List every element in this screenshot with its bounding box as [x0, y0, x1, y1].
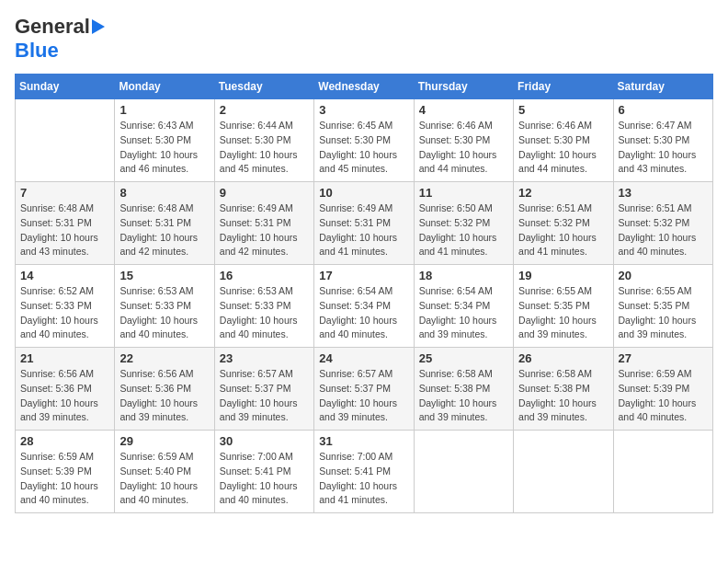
day-number: 25 — [419, 351, 508, 365]
day-info: Sunrise: 6:52 AM Sunset: 5:33 PM Dayligh… — [20, 284, 109, 342]
day-number: 13 — [619, 186, 708, 200]
day-cell: 11Sunrise: 6:50 AM Sunset: 5:32 PM Dayli… — [414, 182, 513, 265]
day-cell: 1Sunrise: 6:43 AM Sunset: 5:30 PM Daylig… — [115, 99, 214, 182]
logo-arrow-icon — [92, 19, 105, 34]
day-cell: 26Sunrise: 6:58 AM Sunset: 5:38 PM Dayli… — [514, 348, 613, 431]
day-cell — [16, 99, 115, 182]
day-cell: 23Sunrise: 6:57 AM Sunset: 5:37 PM Dayli… — [214, 348, 313, 431]
day-cell: 2Sunrise: 6:44 AM Sunset: 5:30 PM Daylig… — [214, 99, 313, 182]
day-number: 21 — [20, 351, 109, 365]
weekday-header-saturday: Saturday — [613, 75, 712, 99]
day-cell: 21Sunrise: 6:56 AM Sunset: 5:36 PM Dayli… — [16, 348, 115, 431]
day-info: Sunrise: 6:59 AM Sunset: 5:40 PM Dayligh… — [119, 450, 209, 508]
day-number: 24 — [319, 351, 408, 365]
day-number: 16 — [220, 269, 309, 282]
day-info: Sunrise: 6:54 AM Sunset: 5:34 PM Dayligh… — [319, 284, 408, 342]
day-info: Sunrise: 6:53 AM Sunset: 5:33 PM Dayligh… — [119, 284, 209, 342]
day-number: 2 — [220, 103, 309, 117]
logo-blue: Blue — [15, 39, 59, 63]
day-number: 19 — [518, 269, 608, 282]
day-info: Sunrise: 6:54 AM Sunset: 5:34 PM Dayligh… — [419, 284, 508, 342]
day-number: 7 — [20, 186, 109, 200]
day-cell: 24Sunrise: 6:57 AM Sunset: 5:37 PM Dayli… — [314, 348, 414, 431]
day-cell: 15Sunrise: 6:53 AM Sunset: 5:33 PM Dayli… — [115, 265, 214, 348]
day-info: Sunrise: 6:45 AM Sunset: 5:30 PM Dayligh… — [319, 119, 408, 177]
day-cell: 27Sunrise: 6:59 AM Sunset: 5:39 PM Dayli… — [613, 348, 712, 431]
day-info: Sunrise: 6:57 AM Sunset: 5:37 PM Dayligh… — [319, 367, 408, 425]
day-number: 20 — [619, 269, 708, 282]
day-number: 30 — [220, 434, 309, 448]
day-cell: 14Sunrise: 6:52 AM Sunset: 5:33 PM Dayli… — [16, 265, 115, 348]
day-cell: 31Sunrise: 7:00 AM Sunset: 5:41 PM Dayli… — [314, 431, 414, 513]
day-number: 6 — [619, 103, 708, 117]
week-row-1: 1Sunrise: 6:43 AM Sunset: 5:30 PM Daylig… — [16, 99, 713, 182]
day-cell — [613, 431, 712, 513]
header: General Blue — [15, 15, 713, 63]
day-cell: 12Sunrise: 6:51 AM Sunset: 5:32 PM Dayli… — [514, 182, 613, 265]
weekday-header-tuesday: Tuesday — [214, 75, 313, 99]
day-cell — [514, 431, 613, 513]
day-number: 9 — [220, 186, 309, 200]
day-info: Sunrise: 6:43 AM Sunset: 5:30 PM Dayligh… — [119, 119, 209, 177]
day-info: Sunrise: 6:55 AM Sunset: 5:35 PM Dayligh… — [619, 284, 708, 342]
day-number: 29 — [119, 434, 209, 448]
weekday-header-sunday: Sunday — [16, 75, 115, 99]
day-number: 17 — [319, 269, 408, 282]
day-info: Sunrise: 6:56 AM Sunset: 5:36 PM Dayligh… — [20, 367, 109, 425]
day-number: 10 — [319, 186, 408, 200]
weekday-header-wednesday: Wednesday — [314, 75, 414, 99]
day-number: 27 — [619, 351, 708, 365]
day-info: Sunrise: 7:00 AM Sunset: 5:41 PM Dayligh… — [319, 450, 408, 508]
day-cell: 3Sunrise: 6:45 AM Sunset: 5:30 PM Daylig… — [314, 99, 414, 182]
weekday-header-thursday: Thursday — [414, 75, 513, 99]
day-cell: 5Sunrise: 6:46 AM Sunset: 5:30 PM Daylig… — [514, 99, 613, 182]
day-cell — [414, 431, 513, 513]
day-cell: 4Sunrise: 6:46 AM Sunset: 5:30 PM Daylig… — [414, 99, 513, 182]
logo: General Blue — [15, 15, 105, 63]
day-info: Sunrise: 6:44 AM Sunset: 5:30 PM Dayligh… — [220, 119, 309, 177]
day-number: 23 — [220, 351, 309, 365]
day-number: 18 — [419, 269, 508, 282]
day-cell: 28Sunrise: 6:59 AM Sunset: 5:39 PM Dayli… — [16, 431, 115, 513]
day-cell: 20Sunrise: 6:55 AM Sunset: 5:35 PM Dayli… — [613, 265, 712, 348]
day-number: 12 — [518, 186, 608, 200]
day-number: 1 — [119, 103, 209, 117]
day-cell: 6Sunrise: 6:47 AM Sunset: 5:30 PM Daylig… — [613, 99, 712, 182]
day-number: 15 — [119, 269, 209, 282]
day-cell: 8Sunrise: 6:48 AM Sunset: 5:31 PM Daylig… — [115, 182, 214, 265]
day-cell: 13Sunrise: 6:51 AM Sunset: 5:32 PM Dayli… — [613, 182, 712, 265]
day-info: Sunrise: 7:00 AM Sunset: 5:41 PM Dayligh… — [220, 450, 309, 508]
day-number: 22 — [119, 351, 209, 365]
day-info: Sunrise: 6:51 AM Sunset: 5:32 PM Dayligh… — [518, 201, 608, 259]
day-cell: 19Sunrise: 6:55 AM Sunset: 5:35 PM Dayli… — [514, 265, 613, 348]
day-info: Sunrise: 6:58 AM Sunset: 5:38 PM Dayligh… — [419, 367, 508, 425]
week-row-3: 14Sunrise: 6:52 AM Sunset: 5:33 PM Dayli… — [16, 265, 713, 348]
day-number: 5 — [518, 103, 608, 117]
day-info: Sunrise: 6:46 AM Sunset: 5:30 PM Dayligh… — [518, 119, 608, 177]
day-info: Sunrise: 6:49 AM Sunset: 5:31 PM Dayligh… — [319, 201, 408, 259]
day-info: Sunrise: 6:46 AM Sunset: 5:30 PM Dayligh… — [419, 119, 508, 177]
day-info: Sunrise: 6:48 AM Sunset: 5:31 PM Dayligh… — [20, 201, 109, 259]
weekday-header-friday: Friday — [514, 75, 613, 99]
weekday-header-monday: Monday — [115, 75, 214, 99]
logo-general: General — [15, 15, 90, 39]
day-number: 28 — [20, 434, 109, 448]
day-info: Sunrise: 6:56 AM Sunset: 5:36 PM Dayligh… — [119, 367, 209, 425]
day-info: Sunrise: 6:55 AM Sunset: 5:35 PM Dayligh… — [518, 284, 608, 342]
week-row-2: 7Sunrise: 6:48 AM Sunset: 5:31 PM Daylig… — [16, 182, 713, 265]
day-number: 4 — [419, 103, 508, 117]
day-info: Sunrise: 6:48 AM Sunset: 5:31 PM Dayligh… — [119, 201, 209, 259]
day-cell: 29Sunrise: 6:59 AM Sunset: 5:40 PM Dayli… — [115, 431, 214, 513]
day-number: 31 — [319, 434, 408, 448]
day-info: Sunrise: 6:49 AM Sunset: 5:31 PM Dayligh… — [220, 201, 309, 259]
day-cell: 16Sunrise: 6:53 AM Sunset: 5:33 PM Dayli… — [214, 265, 313, 348]
day-number: 14 — [20, 269, 109, 282]
week-row-5: 28Sunrise: 6:59 AM Sunset: 5:39 PM Dayli… — [16, 431, 713, 513]
day-info: Sunrise: 6:57 AM Sunset: 5:37 PM Dayligh… — [220, 367, 309, 425]
day-number: 11 — [419, 186, 508, 200]
day-cell: 10Sunrise: 6:49 AM Sunset: 5:31 PM Dayli… — [314, 182, 414, 265]
day-info: Sunrise: 6:47 AM Sunset: 5:30 PM Dayligh… — [619, 119, 708, 177]
day-cell: 7Sunrise: 6:48 AM Sunset: 5:31 PM Daylig… — [16, 182, 115, 265]
day-info: Sunrise: 6:58 AM Sunset: 5:38 PM Dayligh… — [518, 367, 608, 425]
day-number: 26 — [518, 351, 608, 365]
